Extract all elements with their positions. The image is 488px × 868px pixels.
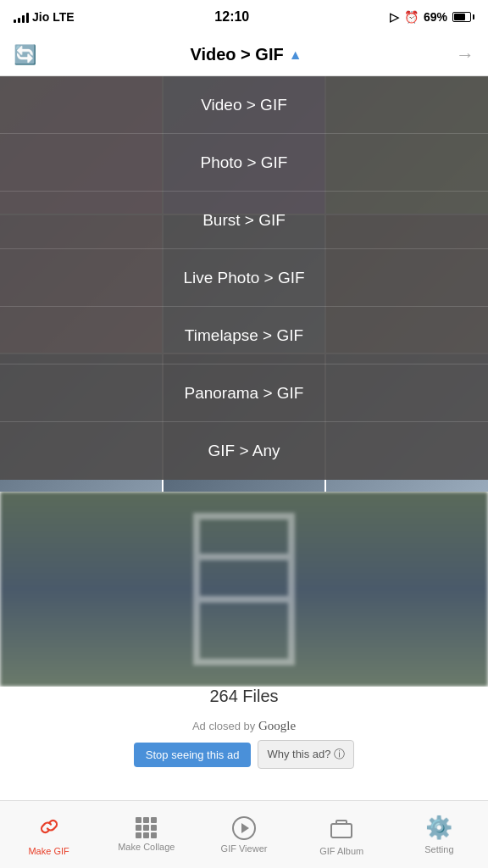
dropdown-item-panorama-gif[interactable]: Panorama > GIF [0, 364, 488, 422]
dropdown-arrow-icon[interactable]: ▲ [289, 47, 302, 63]
stop-ad-button[interactable]: Stop seeing this ad [134, 743, 252, 767]
forward-icon[interactable]: → [456, 44, 474, 66]
tab-gif-viewer-label: GIF Viewer [221, 843, 268, 854]
setting-icon: ⚙️ [425, 815, 452, 841]
dropdown-overlay: Video > GIF Photo > GIF Burst > GIF Live… [0, 76, 488, 480]
lower-photo-area [0, 492, 488, 687]
signal-bars [14, 11, 29, 23]
grid-dot [151, 832, 157, 838]
dropdown-item-burst-gif[interactable]: Burst > GIF [0, 192, 488, 249]
ad-bar: Ad closed by Google Stop seeing this ad … [0, 719, 488, 769]
tab-make-collage-label: Make Collage [118, 842, 175, 852]
battery-tip [473, 14, 474, 19]
battery-indicator [452, 12, 474, 22]
dropdown-menu: Video > GIF Photo > GIF Burst > GIF Live… [0, 76, 488, 480]
dropdown-item-video-gif[interactable]: Video > GIF [0, 76, 488, 134]
gif-viewer-icon [232, 816, 256, 840]
signal-bar-2 [18, 18, 20, 23]
tab-setting[interactable]: ⚙️ Setting [391, 815, 488, 854]
grid-dot [151, 825, 157, 831]
google-text: Google [258, 719, 296, 732]
ad-text: Ad closed by Google [192, 719, 296, 733]
dropdown-item-photo-gif-label: Photo > GIF [201, 153, 288, 172]
tab-bar: Make GIF Make Collage GIF Viewer [0, 800, 488, 868]
svg-rect-0 [331, 824, 352, 837]
header-title-text: Video > GIF [190, 45, 283, 64]
dropdown-item-livephoto-gif-label: Live Photo > GIF [183, 269, 304, 287]
location-icon: ▷ [390, 10, 399, 24]
tab-gif-viewer[interactable]: GIF Viewer [195, 816, 292, 854]
header: 🔄 Video > GIF ▲ → [0, 34, 488, 76]
status-bar: Jio LTE 12:10 ▷ ⏰ 69% [0, 0, 488, 34]
grid-dot [151, 817, 157, 823]
signal-bar-1 [14, 19, 16, 23]
grid-dot [143, 825, 149, 831]
make-collage-icon [136, 817, 157, 838]
tab-make-gif-label: Make GIF [28, 846, 69, 856]
ad-buttons: Stop seeing this ad Why this ad? ⓘ [134, 740, 354, 769]
status-right: ▷ ⏰ 69% [390, 10, 474, 24]
battery-body [452, 12, 471, 22]
grid-dot [143, 832, 149, 838]
gif-album-icon [330, 817, 353, 843]
grid-dot [136, 825, 141, 831]
header-title: Video > GIF ▲ [190, 45, 302, 64]
status-time: 12:10 [214, 9, 249, 25]
tab-gif-album[interactable]: GIF Album [293, 814, 391, 856]
make-gif-icon [36, 814, 62, 843]
dropdown-item-gif-any-label: GIF > Any [208, 442, 280, 460]
files-count: 264 Files [0, 687, 488, 706]
dropdown-item-panorama-gif-label: Panorama > GIF [185, 384, 304, 403]
dropdown-item-video-gif-label: Video > GIF [201, 96, 287, 114]
dropdown-item-burst-gif-label: Burst > GIF [202, 211, 286, 230]
battery-fill [454, 14, 465, 20]
dropdown-item-timelapse-gif[interactable]: Timelapse > GIF [0, 307, 488, 364]
dropdown-item-photo-gif[interactable]: Photo > GIF [0, 134, 488, 192]
why-ad-button[interactable]: Why this ad? ⓘ [258, 740, 354, 769]
tab-make-gif[interactable]: Make GIF [0, 814, 97, 856]
lower-photo-row [0, 492, 488, 687]
dropdown-item-gif-any[interactable]: GIF > Any [0, 422, 488, 480]
carrier-label: Jio [32, 10, 49, 24]
grid-dot [136, 817, 141, 823]
refresh-icon[interactable]: 🔄 [14, 44, 36, 66]
battery-percent: 69% [424, 10, 447, 24]
dropdown-item-livephoto-gif[interactable]: Live Photo > GIF [0, 249, 488, 307]
play-triangle-icon [241, 823, 249, 833]
status-left: Jio LTE [14, 10, 75, 24]
dropdown-item-timelapse-gif-label: Timelapse > GIF [185, 326, 303, 345]
ladder-decoration [193, 513, 295, 665]
tab-make-collage[interactable]: Make Collage [97, 817, 195, 852]
tab-setting-label: Setting [424, 844, 453, 854]
signal-bar-3 [22, 15, 25, 23]
alarm-icon: ⏰ [404, 10, 419, 24]
ad-closed-text: Ad closed by [192, 720, 255, 732]
grid-dot [136, 832, 141, 838]
network-type-label: LTE [53, 10, 74, 24]
grid-dot [143, 817, 149, 823]
tab-gif-album-label: GIF Album [319, 846, 363, 856]
signal-bar-4 [26, 13, 29, 23]
